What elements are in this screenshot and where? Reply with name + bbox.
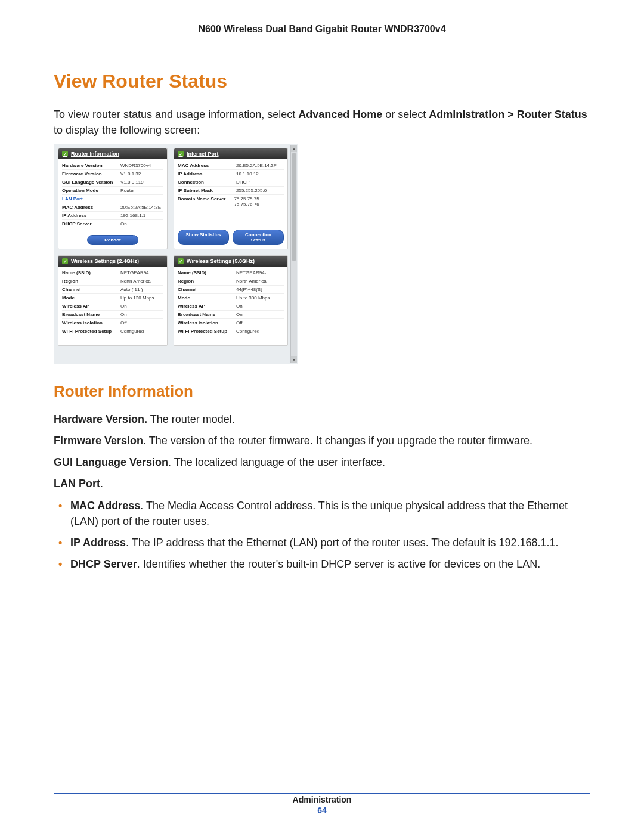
bullet-term: MAC Address bbox=[70, 500, 140, 512]
bullet-dhcp-server: DHCP Server. Identifies whether the rout… bbox=[70, 556, 590, 572]
check-icon: ✓ bbox=[62, 151, 68, 157]
card-title: Internet Port bbox=[187, 151, 219, 157]
def-lan-port: LAN Port. bbox=[54, 476, 590, 491]
row-value: 44(P)+48(S) bbox=[236, 287, 262, 292]
card-internet-port: ✓ Internet Port MAC Address20:E5:2A:5E:1… bbox=[174, 148, 288, 249]
row-value: On bbox=[236, 304, 243, 309]
row-label: Mode bbox=[178, 295, 236, 301]
row-label: Channel bbox=[62, 287, 120, 292]
row-label: Region bbox=[178, 278, 236, 284]
card-actions: Reboot bbox=[58, 231, 167, 249]
row-value: North America bbox=[120, 278, 151, 284]
def-gui-language-version: GUI Language Version. The localized lang… bbox=[54, 454, 590, 470]
row-label: Channel bbox=[178, 287, 236, 292]
row-label: Domain Name Server bbox=[178, 196, 234, 207]
card-body: Name (SSID)NETGEAR94 RegionNorth America… bbox=[58, 267, 167, 345]
card-header[interactable]: ✓ Internet Port bbox=[174, 148, 287, 159]
row-value: V1.0.0.119 bbox=[120, 179, 144, 185]
row-value: Auto ( 11 ) bbox=[120, 287, 143, 292]
row-value: Configured bbox=[120, 329, 144, 334]
row-value: Off bbox=[236, 320, 243, 326]
row-value: 20:E5:2A:5E:14:3F bbox=[236, 163, 277, 168]
page-footer: Administration 64 bbox=[0, 795, 644, 815]
check-icon: ✓ bbox=[178, 151, 184, 157]
row-value: 10.1.10.12 bbox=[236, 171, 259, 176]
def-hardware-version: Hardware Version. The router model. bbox=[54, 411, 590, 427]
scrollbar[interactable]: ▴ ▾ bbox=[290, 145, 297, 363]
row-label: Broadcast Name bbox=[62, 312, 120, 317]
row-label: Wireless AP bbox=[62, 304, 120, 309]
row-value: Up to 300 Mbps bbox=[236, 295, 270, 301]
def-term: GUI Language Version bbox=[54, 456, 168, 468]
def-desc: The router model. bbox=[147, 413, 235, 425]
row-label: Mode bbox=[62, 295, 120, 301]
section-title: View Router Status bbox=[54, 70, 590, 92]
connection-status-button[interactable]: Connection Status bbox=[233, 230, 284, 245]
footer-page-number: 64 bbox=[0, 806, 644, 815]
row-value: Configured bbox=[236, 329, 259, 334]
row-label: Wi-Fi Protected Setup bbox=[62, 329, 120, 334]
bullet-ip-address: IP Address. The IP address that the Ethe… bbox=[70, 535, 590, 550]
row-value: On bbox=[120, 221, 127, 227]
footer-section: Administration bbox=[0, 795, 644, 804]
card-header[interactable]: ✓ Wireless Settings (5.0GHz) bbox=[174, 256, 287, 267]
def-firmware-version: Firmware Version. The version of the rou… bbox=[54, 433, 590, 448]
card-body: Name (SSID)NETGEAR94-... RegionNorth Ame… bbox=[174, 267, 287, 345]
bullet-desc: . The Media Access Control address. This… bbox=[70, 500, 568, 527]
row-value: 255.255.255.0 bbox=[236, 188, 267, 193]
card-header[interactable]: ✓ Router Information bbox=[58, 148, 167, 159]
row-value: North America bbox=[236, 278, 267, 284]
def-term: Firmware Version bbox=[54, 435, 143, 447]
row-label: Wireless AP bbox=[178, 304, 236, 309]
reboot-button[interactable]: Reboot bbox=[87, 235, 138, 245]
manual-page: N600 Wireless Dual Band Gigabit Router W… bbox=[0, 0, 644, 833]
row-value: On bbox=[120, 312, 127, 317]
lan-port-bullets: MAC Address. The Media Access Control ad… bbox=[54, 498, 590, 572]
row-label: Hardware Version bbox=[62, 163, 120, 168]
bullet-term: IP Address bbox=[70, 537, 126, 549]
card-wireless-5ghz: ✓ Wireless Settings (5.0GHz) Name (SSID)… bbox=[174, 255, 288, 346]
row-value: On bbox=[120, 304, 127, 309]
def-term: LAN Port bbox=[54, 478, 100, 490]
footer-rule bbox=[54, 793, 590, 794]
card-title: Wireless Settings (2.4GHz) bbox=[71, 258, 139, 264]
row-label: Wi-Fi Protected Setup bbox=[178, 329, 236, 334]
row-label: Wireless isolation bbox=[62, 320, 120, 326]
card-body: MAC Address20:E5:2A:5E:14:3F IP Address1… bbox=[174, 159, 287, 226]
row-label: Firmware Version bbox=[62, 171, 120, 176]
show-statistics-button[interactable]: Show Statistics bbox=[178, 230, 229, 245]
scroll-down-icon[interactable]: ▾ bbox=[291, 356, 297, 363]
check-icon: ✓ bbox=[62, 258, 68, 264]
def-term: Hardware Version. bbox=[54, 413, 147, 425]
row-value: Off bbox=[120, 320, 127, 326]
doc-header: N600 Wireless Dual Band Gigabit Router W… bbox=[54, 24, 590, 35]
intro-strong-1: Advanced Home bbox=[298, 109, 382, 120]
card-title: Router Information bbox=[71, 151, 119, 157]
intro-strong-2: Administration > Router Status bbox=[429, 109, 587, 120]
row-label: Name (SSID) bbox=[62, 270, 120, 275]
scroll-thumb[interactable] bbox=[292, 153, 296, 261]
row-label: GUI Language Version bbox=[62, 179, 120, 185]
row-label: IP Address bbox=[178, 171, 236, 176]
row-label: Region bbox=[62, 278, 120, 284]
row-label: IP Subnet Mask bbox=[178, 188, 236, 193]
card-body: Hardware VersionWNDR3700v4 Firmware Vers… bbox=[58, 159, 167, 231]
row-value: Up to 130 Mbps bbox=[120, 295, 154, 301]
intro-post: to display the following screen: bbox=[54, 124, 200, 136]
row-label: Connection bbox=[178, 179, 236, 185]
row-value: NETGEAR94-... bbox=[236, 270, 270, 275]
bullet-term: DHCP Server bbox=[70, 558, 137, 570]
def-desc: . The version of the router firmware. It… bbox=[143, 435, 532, 447]
row-label: Name (SSID) bbox=[178, 270, 236, 275]
card-header[interactable]: ✓ Wireless Settings (2.4GHz) bbox=[58, 256, 167, 267]
lan-port-subheader: LAN Port bbox=[62, 196, 120, 202]
bullet-desc: . The IP address that the Ethernet (LAN)… bbox=[126, 537, 558, 549]
intro-pre: To view router status and usage informat… bbox=[54, 109, 298, 120]
row-value: Router bbox=[120, 188, 135, 193]
def-desc: . bbox=[100, 478, 103, 490]
scroll-up-icon[interactable]: ▴ bbox=[291, 145, 297, 152]
row-label: MAC Address bbox=[178, 163, 236, 168]
row-value: NETGEAR94 bbox=[120, 270, 149, 275]
bullet-mac-address: MAC Address. The Media Access Control ad… bbox=[70, 498, 590, 529]
card-router-information: ✓ Router Information Hardware VersionWND… bbox=[58, 148, 168, 249]
